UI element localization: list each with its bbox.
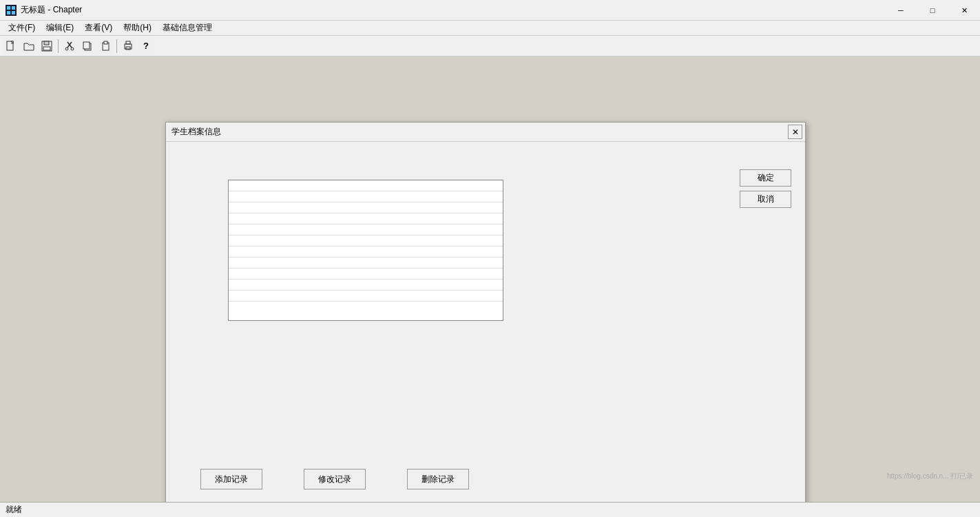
grid-row (229, 302, 503, 313)
dialog-title: 学生档案信息 (171, 126, 221, 138)
toolbar-paste[interactable] (97, 38, 114, 54)
workspace: 学生档案信息 ✕ 确定 取消 (0, 56, 980, 502)
grid-row (229, 235, 503, 246)
grid-row (229, 279, 503, 291)
grid-row (229, 213, 503, 224)
svg-rect-8 (44, 41, 49, 45)
confirm-button[interactable]: 确定 (740, 169, 791, 187)
watermark: https://blog.csdn.n... 打/已录 (887, 472, 973, 481)
toolbar-copy[interactable] (79, 38, 96, 54)
svg-rect-3 (7, 11, 10, 14)
toolbar-open[interactable] (21, 38, 37, 54)
grid-row (229, 246, 503, 257)
close-button[interactable]: ✕ (948, 0, 980, 21)
toolbar-cut[interactable] (61, 38, 78, 54)
svg-rect-2 (12, 6, 15, 10)
toolbar-sep2 (116, 39, 117, 53)
status-bar: 就绪 (0, 502, 980, 517)
delete-record-button[interactable]: 删除记录 (407, 469, 469, 489)
svg-point-12 (65, 48, 68, 50)
menu-base-info[interactable]: 基础信息管理 (157, 21, 218, 35)
title-bar-text: 无标题 - Chapter (21, 4, 82, 16)
menu-help[interactable]: 帮助(H) (118, 21, 157, 35)
dialog-title-bar: 学生档案信息 ✕ (166, 123, 805, 142)
maximize-button[interactable]: □ (917, 0, 948, 21)
dialog-body: 确定 取消 添加记录 修改记录 删除记录 (166, 142, 805, 510)
grid-row (229, 291, 503, 302)
student-data-grid[interactable] (228, 180, 503, 321)
dialog-close-button[interactable]: ✕ (788, 125, 802, 139)
svg-point-13 (71, 48, 74, 50)
cancel-button[interactable]: 取消 (740, 191, 791, 208)
dialog-bottom-buttons: 添加记录 修改记录 删除记录 (166, 469, 805, 489)
title-bar-controls: ─ □ ✕ (885, 0, 980, 21)
grid-row (229, 268, 503, 279)
add-record-button[interactable]: 添加记录 (200, 469, 262, 489)
toolbar-print[interactable] (120, 38, 136, 54)
svg-rect-4 (12, 11, 15, 14)
svg-rect-17 (104, 41, 107, 44)
svg-rect-15 (83, 42, 90, 49)
svg-rect-19 (126, 41, 130, 44)
grid-row (229, 202, 503, 213)
dialog-action-buttons: 确定 取消 (740, 169, 791, 208)
menu-view[interactable]: 查看(V) (79, 21, 118, 35)
menu-edit[interactable]: 编辑(E) (41, 21, 79, 35)
status-text: 就绪 (6, 504, 22, 516)
grid-row (229, 191, 503, 202)
toolbar-help[interactable]: ? (138, 38, 154, 54)
minimize-button[interactable]: ─ (885, 0, 917, 21)
toolbar-sep1 (58, 39, 59, 53)
grid-row (229, 224, 503, 235)
toolbar-new[interactable] (3, 38, 19, 54)
app-icon (6, 5, 17, 16)
menu-file[interactable]: 文件(F) (3, 21, 41, 35)
title-bar: 无标题 - Chapter ─ □ ✕ (0, 0, 980, 21)
svg-rect-9 (43, 47, 50, 50)
dialog-student-info: 学生档案信息 ✕ 确定 取消 (165, 122, 806, 511)
toolbar: ? (0, 36, 980, 56)
svg-rect-1 (7, 6, 10, 10)
edit-record-button[interactable]: 修改记录 (304, 469, 366, 489)
grid-row (229, 257, 503, 268)
grid-row (229, 180, 503, 191)
toolbar-save[interactable] (39, 38, 55, 54)
menu-bar: 文件(F) 编辑(E) 查看(V) 帮助(H) 基础信息管理 (0, 21, 980, 36)
